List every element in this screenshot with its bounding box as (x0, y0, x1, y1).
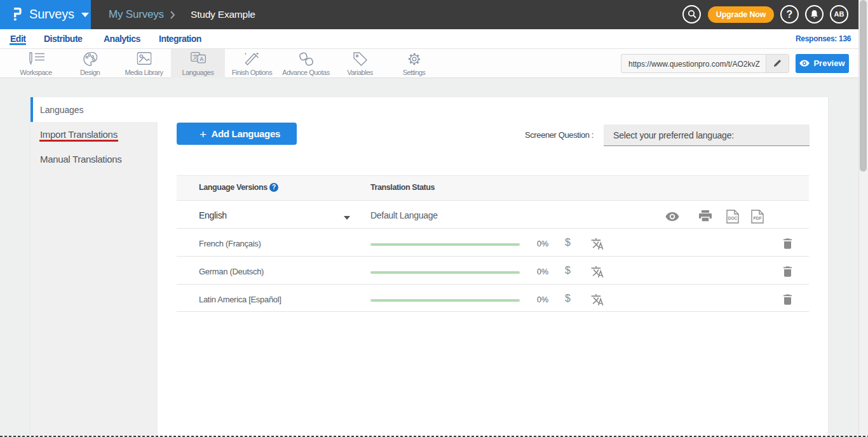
svg-text:A: A (200, 56, 203, 62)
svg-text:PDF: PDF (754, 216, 762, 220)
svg-text:DOC: DOC (728, 216, 738, 220)
